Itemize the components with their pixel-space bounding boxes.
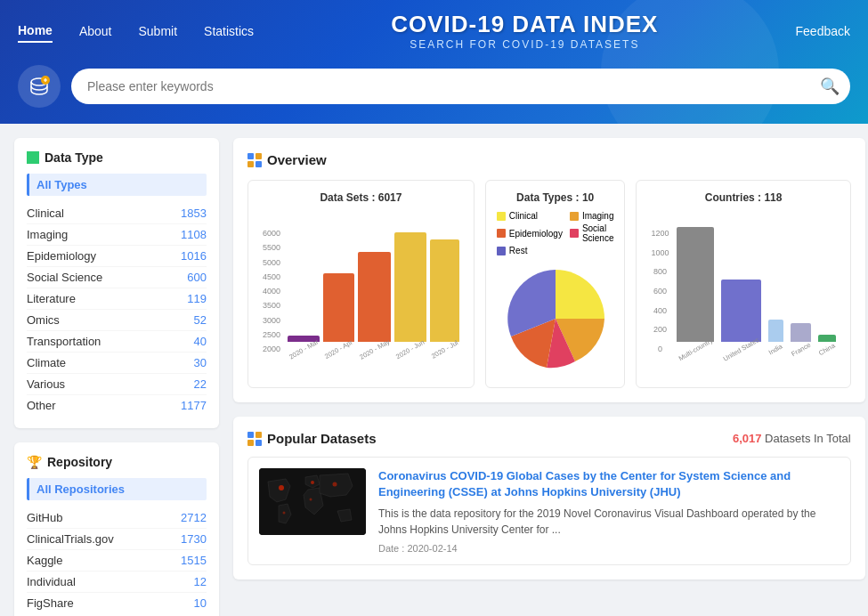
main-panel: Overview Data Sets : 6017 2000 2500 3000… [233, 138, 865, 616]
popular-icon [247, 432, 262, 446]
dataset-title[interactable]: Coronavirus COVID-19 Global Cases by the… [378, 468, 840, 500]
legend-item: Social Science [570, 223, 614, 243]
popular-datasets-card: Popular Datasets 6,017 Datasets In Total [233, 417, 865, 580]
dataset-info: Coronavirus COVID-19 Global Cases by the… [378, 468, 840, 554]
svg-point-3 [279, 485, 284, 490]
country-bar [721, 280, 761, 342]
dataset-map-thumbnail [259, 468, 366, 535]
svg-point-6 [283, 512, 286, 515]
overview-icon [247, 153, 262, 167]
bar-group: 2020 - Jun [394, 232, 426, 353]
bar-group: 2020 - May [358, 252, 392, 353]
bar-group: 2020 - Apr [323, 273, 354, 353]
nav-home[interactable]: Home [18, 20, 53, 43]
search-input-wrap: 🔍 [71, 69, 850, 104]
list-item[interactable]: Omics52 [27, 310, 207, 331]
dataset-item: Coronavirus COVID-19 Global Cases by the… [247, 457, 851, 565]
bar-group: 2020 - Jul [430, 239, 459, 353]
feedback-link[interactable]: Feedback [796, 24, 850, 38]
repository-list: GitHub2712 ClinicalTrials.gov1730 Kaggle… [27, 507, 207, 613]
popular-datasets-title: Popular Datasets [247, 431, 377, 446]
list-item[interactable]: ClinicalTrials.gov1730 [27, 529, 207, 550]
header: Home About Submit Statistics COVID-19 DA… [0, 0, 868, 124]
datasets-chart: Data Sets : 6017 2000 2500 3000 3500 400… [247, 180, 475, 388]
country-bar [677, 227, 715, 342]
search-area-icon [18, 65, 61, 108]
country-bar-group: France [791, 323, 811, 353]
legend-dot [570, 212, 579, 221]
nav-statistics[interactable]: Statistics [204, 20, 254, 42]
list-item[interactable]: FigShare10 [27, 593, 207, 613]
list-item[interactable]: Epidemiology1016 [27, 246, 207, 267]
bar [430, 239, 459, 342]
data-type-section: Data Type All Types Clinical1853 Imaging… [14, 138, 219, 428]
pie-chart-svg [498, 261, 613, 377]
list-item[interactable]: Literature119 [27, 288, 207, 310]
legend-dot [570, 229, 579, 238]
sidebar: Data Type All Types Clinical1853 Imaging… [14, 138, 219, 616]
datasets-bar-chart: 2000 2500 3000 3500 4000 4500 5000 5500 … [259, 211, 463, 353]
countries-yaxis: 0 200 400 600 800 1000 1200 [651, 229, 669, 353]
data-type-list: Clinical1853 Imaging1108 Epidemiology101… [27, 203, 207, 416]
all-types-bar[interactable]: All Types [27, 174, 207, 196]
countries-chart: Countries : 118 0 200 400 600 800 1000 1… [636, 180, 850, 388]
data-type-icon [27, 151, 39, 164]
search-input[interactable] [71, 69, 850, 104]
nav-about[interactable]: About [79, 20, 112, 42]
search-button[interactable]: 🔍 [820, 77, 840, 96]
list-item[interactable]: Social Science600 [27, 267, 207, 288]
svg-point-5 [333, 482, 337, 487]
country-bar-group: India [768, 320, 783, 353]
country-bar [791, 323, 811, 342]
country-bars: Multi-country United States India [677, 229, 836, 353]
legend-item: Clinical [497, 211, 563, 221]
dataset-date: Date : 2020-02-14 [378, 543, 840, 554]
overview-card: Overview Data Sets : 6017 2000 2500 3000… [233, 138, 865, 402]
svg-point-7 [310, 498, 312, 501]
list-item[interactable]: Various22 [27, 374, 207, 395]
bar-group: 2020 - Mar [288, 336, 320, 353]
repository-section: 🏆 Repository All Repositories GitHub2712… [14, 442, 219, 616]
bar [358, 252, 392, 342]
repository-title: 🏆 Repository [27, 455, 207, 469]
search-area: 🔍 [18, 54, 850, 124]
datasets-yaxis: 2000 2500 3000 3500 4000 4500 5000 5500 … [263, 229, 280, 353]
list-item[interactable]: Clinical1853 [27, 203, 207, 224]
country-bar-group: Multi-country [677, 227, 715, 353]
countries-chart-title: Countries : 118 [647, 191, 839, 204]
pie-wrap [497, 261, 614, 377]
repository-icon: 🏆 [27, 455, 42, 469]
list-item[interactable]: Kaggle1515 [27, 550, 207, 571]
svg-point-4 [311, 481, 314, 484]
header-title-block: COVID-19 DATA INDEX SEARCH FOR COVID-19 … [254, 11, 795, 51]
country-bar-group: United States [721, 280, 761, 353]
site-subtitle: SEARCH FOR COVID-19 DATASETS [254, 38, 795, 51]
datatypes-chart: Data Types : 10 Clinical Imaging Epid [485, 180, 626, 388]
country-bar [818, 335, 836, 342]
total-count: 6,017 Datasets In Total [733, 432, 851, 445]
legend-dot [497, 212, 506, 221]
datatypes-chart-title: Data Types : 10 [497, 191, 614, 204]
list-item[interactable]: Imaging1108 [27, 224, 207, 246]
list-item[interactable]: Transportation40 [27, 331, 207, 353]
legend-dot [497, 247, 506, 255]
list-item[interactable]: Other1177 [27, 395, 207, 416]
nav: Home About Submit Statistics [18, 20, 254, 43]
datasets-bars: 2020 - Mar 2020 - Apr 2020 - May [288, 229, 459, 353]
database-icon [27, 74, 52, 99]
bar [323, 273, 354, 342]
charts-row: Data Sets : 6017 2000 2500 3000 3500 400… [247, 180, 851, 388]
datasets-chart-title: Data Sets : 6017 [259, 191, 463, 204]
nav-submit[interactable]: Submit [139, 20, 178, 42]
overview-title: Overview [247, 152, 851, 167]
all-repos-bar[interactable]: All Repositories [27, 478, 207, 500]
data-type-title: Data Type [27, 150, 207, 165]
legend-item: Epidemiology [497, 223, 563, 243]
countries-bar-chart: 0 200 400 600 800 1000 1200 Multi-countr… [647, 211, 839, 353]
list-item[interactable]: Individual12 [27, 571, 207, 593]
list-item[interactable]: GitHub2712 [27, 507, 207, 529]
country-bar [768, 320, 783, 342]
popular-header: Popular Datasets 6,017 Datasets In Total [247, 431, 851, 446]
dataset-description: This is the data repository for the 2019… [378, 506, 840, 538]
list-item[interactable]: Climate30 [27, 353, 207, 374]
